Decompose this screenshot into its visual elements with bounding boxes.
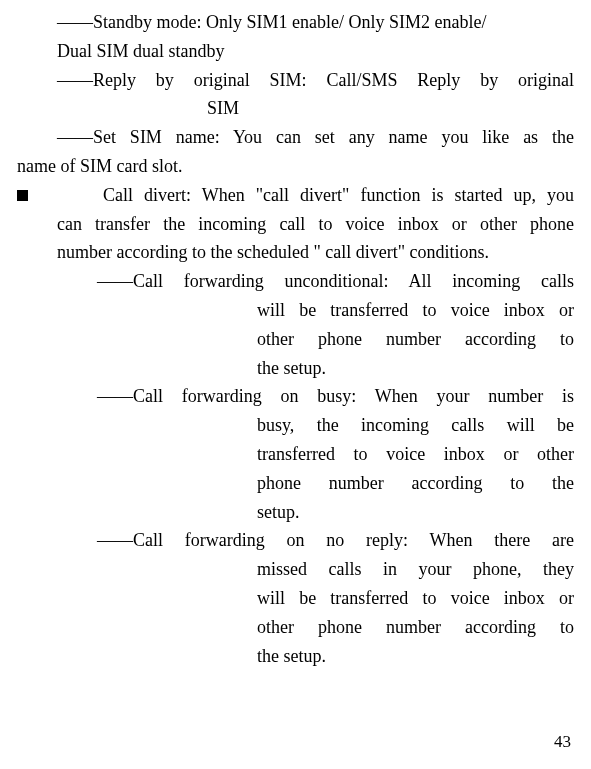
call-divert-line1: Call divert: When "call divert" function… (103, 181, 574, 210)
fwd-busy-line1: ――Call forwarding on busy: When your num… (97, 382, 574, 411)
fwd-uncond-line3: other phone number according to (257, 325, 574, 354)
call-divert-bullet: Call divert: When "call divert" function… (17, 181, 574, 210)
reply-sim-line1: ――Reply by original SIM: Call/SMS Reply … (57, 66, 574, 95)
reply-sim-line2: SIM (207, 94, 574, 123)
square-bullet-icon (17, 190, 28, 201)
fwd-uncond-line1: ――Call forwarding unconditional: All inc… (97, 267, 574, 296)
standby-mode-line1: ――Standby mode: Only SIM1 enable/ Only S… (57, 8, 574, 37)
standby-mode-line2: Dual SIM dual standby (57, 37, 574, 66)
fwd-busy-line3: transferred to voice inbox or other (257, 440, 574, 469)
call-divert-line2: can transfer the incoming call to voice … (57, 210, 574, 239)
set-sim-name-line1: ――Set SIM name: You can set any name you… (57, 123, 574, 152)
set-sim-name-line2: name of SIM card slot. (17, 152, 574, 181)
fwd-noreply-line2: missed calls in your phone, they (257, 555, 574, 584)
fwd-busy-line2: busy, the incoming calls will be (257, 411, 574, 440)
fwd-uncond-line2: will be transferred to voice inbox or (257, 296, 574, 325)
fwd-uncond-line4: the setup. (257, 354, 574, 383)
fwd-noreply-line4: other phone number according to (257, 613, 574, 642)
fwd-noreply-line1: ――Call forwarding on no reply: When ther… (97, 526, 574, 555)
page-number: 43 (554, 728, 571, 755)
fwd-noreply-line3: will be transferred to voice inbox or (257, 584, 574, 613)
fwd-noreply-line5: the setup. (257, 642, 574, 671)
fwd-busy-line5: setup. (257, 498, 574, 527)
fwd-busy-line4: phone number according to the (257, 469, 574, 498)
call-divert-line3: number according to the scheduled " call… (57, 238, 574, 267)
